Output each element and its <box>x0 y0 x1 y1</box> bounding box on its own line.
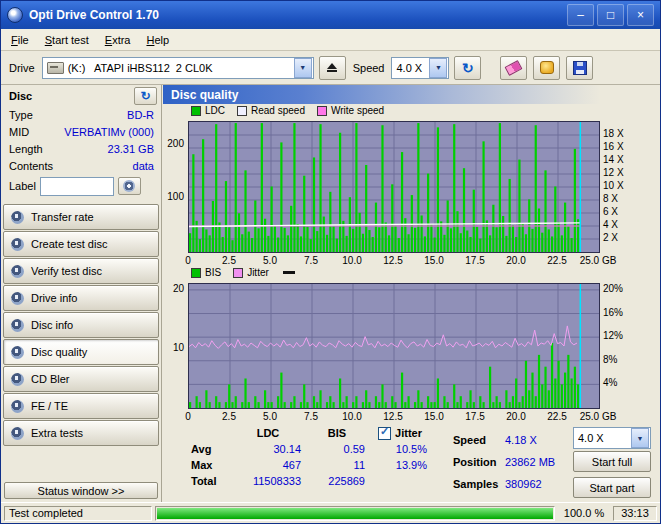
sidebar-item-transfer-rate[interactable]: Transfer rate <box>3 204 159 230</box>
legend-item-jitter: Jitter <box>233 267 269 278</box>
test-info-row: Position23862 MB <box>453 451 555 473</box>
y-axis-label: 8% <box>603 354 617 365</box>
x-axis-label: 0 <box>185 255 191 266</box>
y-axis-label: 8 X <box>603 193 618 204</box>
disc-panel: Disc ↻ TypeBD-RMIDVERBATIMv (000)Length2… <box>1 85 162 502</box>
x-axis-label: 7.5 <box>304 411 318 422</box>
x-axis-label: 15.0 <box>424 255 443 266</box>
drive-select[interactable]: (K:) ATAPI iHBS112 2 CL0K ▼ <box>42 57 314 79</box>
test-info-label: Samples <box>453 478 505 490</box>
stats-jitter-value: 13.9% <box>369 459 431 471</box>
sidebar-item-label: Verify test disc <box>31 265 102 277</box>
disc-panel-title: Disc <box>9 90 32 102</box>
chevron-down-icon[interactable]: ▼ <box>429 58 447 78</box>
chevron-down-icon[interactable]: ▼ <box>294 58 312 78</box>
eject-button[interactable] <box>319 56 346 80</box>
sidebar-item-fe-te[interactable]: FE / TE <box>3 393 159 419</box>
legend-swatch <box>233 268 243 278</box>
test-info-value: 23862 MB <box>505 456 555 468</box>
disc-icon <box>11 427 24 440</box>
disc-icon <box>11 292 24 305</box>
x-axis-label: 20.0 <box>506 411 525 422</box>
save-button[interactable] <box>566 56 593 80</box>
progress-percent: 100.0 % <box>558 507 610 519</box>
menu-item-help[interactable]: Help <box>138 32 177 48</box>
y-axis-label: 10 <box>163 342 184 353</box>
disc-quality-top-plot <box>188 121 600 253</box>
refresh-speeds-button[interactable]: ↻ <box>454 56 481 80</box>
chevron-down-icon[interactable]: ▼ <box>631 428 649 448</box>
test-info-row: Speed4.18 X <box>453 429 555 451</box>
sidebar-item-label: Create test disc <box>31 238 107 250</box>
maximize-button[interactable]: □ <box>597 4 624 26</box>
y-axis-label: 16 X <box>603 141 624 152</box>
legend-swatch <box>317 106 327 116</box>
sidebar-item-label: Transfer rate <box>31 211 94 223</box>
y-axis-label: 10 X <box>603 180 624 191</box>
refresh-disc-button[interactable]: ↻ <box>134 87 157 105</box>
disc-quality-top-legend: LDCRead speedWrite speed <box>191 105 384 116</box>
progress-bar <box>155 506 555 521</box>
stats-row-label: Avg <box>191 443 231 455</box>
sidebar-item-disc-quality[interactable]: Disc quality <box>3 339 159 365</box>
sidebar-item-label: FE / TE <box>31 400 68 412</box>
disc-icon <box>11 238 24 251</box>
sidebar-item-create-test-disc[interactable]: Create test disc <box>3 231 159 257</box>
menu-item-file[interactable]: File <box>3 32 37 48</box>
legend-swatch <box>191 268 201 278</box>
stats-bis-value: 225869 <box>305 475 369 487</box>
sidebar-item-disc-info[interactable]: Disc info <box>3 312 159 338</box>
stats-jitter-value: 10.5% <box>369 443 431 455</box>
sidebar-item-drive-info[interactable]: Drive info <box>3 285 159 311</box>
legend-item-read-speed: Read speed <box>237 105 305 116</box>
window-title: Opti Drive Control 1.70 <box>29 8 159 22</box>
menu-item-extra[interactable]: Extra <box>97 32 139 48</box>
sidebar-item-extra-tests[interactable]: Extra tests <box>3 420 159 446</box>
disc-label-row: Label <box>1 174 161 198</box>
disc-icon <box>11 211 24 224</box>
status-bar: Test completed 100.0 % 33:13 <box>1 502 660 523</box>
legend-label: Read speed <box>251 105 305 116</box>
speed-select[interactable]: 4.0 X ▼ <box>391 57 449 79</box>
disc-info-label: Contents <box>9 160 53 172</box>
disc-info-row: Contentsdata <box>1 157 161 174</box>
legend-label: Jitter <box>247 267 269 278</box>
label-input[interactable] <box>40 177 114 196</box>
status-window-button[interactable]: Status window >> <box>4 482 158 499</box>
sidebar-item-verify-test-disc[interactable]: Verify test disc <box>3 258 159 284</box>
start-full-button[interactable]: Start full <box>573 451 651 472</box>
legend-swatch <box>237 106 247 116</box>
x-axis-label: 0 <box>185 411 191 422</box>
jitter-label: Jitter <box>395 427 422 439</box>
stats-bis-value: 11 <box>305 459 369 471</box>
y-axis-label: 12 X <box>603 167 624 178</box>
sidebar-item-label: Disc info <box>31 319 73 331</box>
options-button[interactable] <box>533 56 560 80</box>
jitter-checkbox[interactable] <box>378 427 391 440</box>
drive-select-value: (K:) ATAPI iHBS112 2 CL0K <box>64 62 293 74</box>
erase-disc-button[interactable] <box>500 56 527 80</box>
x-axis-label: 25.0 GB <box>580 255 617 266</box>
close-button[interactable]: × <box>627 4 654 26</box>
y-axis-label: 6 X <box>603 206 618 217</box>
disc-icon <box>11 265 24 278</box>
stats-row-label: Max <box>191 459 231 471</box>
write-label-button[interactable] <box>118 177 141 195</box>
start-part-button[interactable]: Start part <box>573 477 651 498</box>
disc-info-value: 23.31 GB <box>108 143 154 155</box>
y-axis-label: 18 X <box>603 128 624 139</box>
disc-info-rows: TypeBD-RMIDVERBATIMv (000)Length23.31 GB… <box>1 106 161 174</box>
test-speed-select[interactable]: 4.0 X ▼ <box>573 427 651 449</box>
stats-col-jitter: Jitter <box>369 427 431 440</box>
eject-icon <box>327 63 337 72</box>
status-message: Test completed <box>4 506 152 521</box>
y-axis-label: 14 X <box>603 154 624 165</box>
sidebar-item-cd-bler[interactable]: CD Bler <box>3 366 159 392</box>
x-axis-label: 5.0 <box>263 411 277 422</box>
menu-item-start-test[interactable]: Start test <box>37 32 97 48</box>
speed-select-value: 4.0 X <box>392 62 428 74</box>
legend-item-ldc: LDC <box>191 105 225 116</box>
drive-label: Drive <box>7 62 37 74</box>
disc-info-row: TypeBD-R <box>1 106 161 123</box>
minimize-button[interactable]: – <box>567 4 594 26</box>
